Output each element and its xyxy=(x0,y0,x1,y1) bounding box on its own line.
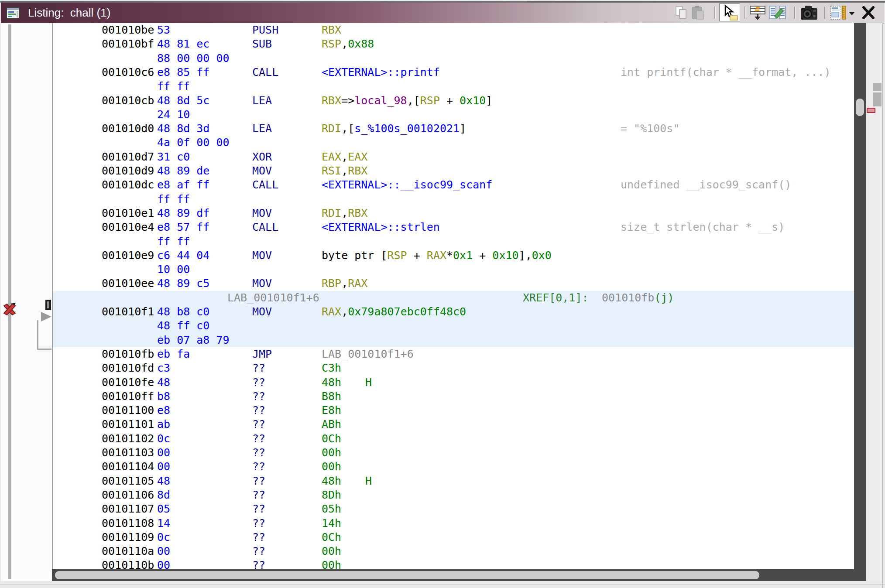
mnemonic-field[interactable]: ?? xyxy=(252,432,265,446)
operand-field[interactable]: B8h xyxy=(322,390,341,403)
bytes-field[interactable]: ff ff xyxy=(157,79,190,93)
bytes-field[interactable]: c3 xyxy=(157,361,170,375)
address-field[interactable]: 001010bf xyxy=(102,37,154,51)
mnemonic-field[interactable]: CALL xyxy=(252,220,278,234)
instruction-row[interactable]: 001010e148 89 dfMOVRDI,RBX xyxy=(53,206,854,220)
operand-field[interactable]: 0Ch xyxy=(322,530,341,544)
mnemonic-field[interactable]: ?? xyxy=(252,376,265,390)
address-field[interactable]: 001010dc xyxy=(102,178,154,192)
overview-marker[interactable] xyxy=(873,83,882,91)
bytes-continuation-row[interactable]: 4a 0f 00 00 xyxy=(53,136,854,150)
operand-field[interactable]: 8Dh xyxy=(322,488,341,502)
address-field[interactable]: 00101109 xyxy=(102,530,154,544)
instruction-row[interactable]: 001010cb48 8d 5cLEARBX=>local_98,[RSP + … xyxy=(53,94,854,108)
address-field[interactable]: 001010fb xyxy=(102,347,154,361)
bytes-field[interactable]: ab xyxy=(157,417,170,431)
mnemonic-field[interactable]: SUB xyxy=(252,37,272,51)
instruction-row[interactable]: 001010fdc3??C3h xyxy=(53,361,854,375)
mnemonic-field[interactable]: MOV xyxy=(252,249,272,263)
instruction-row[interactable]: 0010110400??00h xyxy=(53,460,854,474)
bytes-field[interactable]: 0c xyxy=(157,432,170,446)
snapshot-camera-icon[interactable] xyxy=(800,4,818,21)
address-field[interactable]: 001010fe xyxy=(102,376,154,390)
address-field[interactable]: 001010fd xyxy=(102,361,154,375)
mnemonic-field[interactable]: MOV xyxy=(252,305,272,319)
mnemonic-field[interactable]: LEA xyxy=(252,94,272,108)
bytes-field[interactable]: e8 85 ff xyxy=(157,65,209,79)
operand-field[interactable]: RDI,RBX xyxy=(322,206,367,220)
address-field[interactable]: 00101101 xyxy=(102,417,154,431)
operand-field[interactable]: <EXTERNAL>::strlen xyxy=(322,220,440,234)
address-field[interactable]: 001010f1 xyxy=(102,305,154,319)
bytes-continuation-row[interactable]: ff ff xyxy=(53,192,854,206)
bytes-field[interactable]: 24 10 xyxy=(157,108,190,122)
paste-icon[interactable] xyxy=(691,5,706,20)
instruction-row[interactable]: 0010110548??48hH xyxy=(53,474,854,488)
instruction-row[interactable]: 00101101ab??ABh xyxy=(53,417,854,431)
instruction-row[interactable]: 0010110814??14h xyxy=(53,516,854,530)
instruction-row[interactable]: 001010fbeb faJMPLAB_001010f1+6 xyxy=(53,347,854,361)
bytes-field[interactable]: 48 8d 5c xyxy=(157,94,209,108)
address-field[interactable]: 00101104 xyxy=(102,460,154,474)
instruction-row[interactable]: 0010110a00??00h xyxy=(53,544,854,558)
instruction-row[interactable]: 0010110705??05h xyxy=(53,502,854,516)
mnemonic-field[interactable]: ?? xyxy=(252,558,265,569)
operand-field[interactable]: byte ptr [RSP + RAX*0x1 + 0x10],0x0 xyxy=(322,249,552,263)
address-field[interactable]: 001010d9 xyxy=(102,164,154,178)
mnemonic-field[interactable]: ?? xyxy=(252,544,265,558)
listing-panel[interactable]: 001010be53PUSHRBX001010bf48 81 ecSUBRSP,… xyxy=(52,23,854,569)
bytes-field[interactable]: 8d xyxy=(157,488,170,502)
bytes-field[interactable]: 05 xyxy=(157,502,170,516)
instruction-row[interactable]: 001010c6e8 85 ffCALL<EXTERNAL>::printfin… xyxy=(53,65,854,79)
bytes-field[interactable]: 00 xyxy=(157,460,170,474)
bytes-field[interactable]: e8 57 ff xyxy=(157,220,209,234)
address-field[interactable]: 001010d0 xyxy=(102,122,154,136)
mnemonic-field[interactable]: PUSH xyxy=(252,23,278,37)
address-field[interactable]: 001010e9 xyxy=(102,249,154,263)
instruction-row[interactable]: 001010bf48 81 ecSUBRSP,0x88 xyxy=(53,37,854,51)
operand-field[interactable]: 00h xyxy=(322,446,341,460)
operand-field[interactable]: C3h xyxy=(322,361,341,375)
operand-field[interactable]: E8h xyxy=(322,403,341,417)
operand-field[interactable]: RBP,RAX xyxy=(322,277,367,291)
address-field[interactable]: 001010c6 xyxy=(102,65,154,79)
instruction-row[interactable]: 001010be53PUSHRBX xyxy=(53,23,854,37)
mnemonic-field[interactable]: ?? xyxy=(252,446,265,460)
operand-field[interactable]: 00h xyxy=(322,558,341,569)
operand-field[interactable]: RBX=>local_98,[RSP + 0x10] xyxy=(322,94,492,108)
vertical-scrollbar-thumb[interactable] xyxy=(856,99,864,116)
mnemonic-field[interactable]: ?? xyxy=(252,460,265,474)
address-field[interactable]: 001010e1 xyxy=(102,206,154,220)
instruction-row[interactable]: 00101100e8??E8h xyxy=(53,403,854,417)
bytes-field[interactable]: c6 44 04 xyxy=(157,249,209,263)
overview-margin[interactable] xyxy=(866,23,882,581)
address-field[interactable]: 0010110b xyxy=(102,558,154,569)
bytes-field[interactable]: 48 89 c5 xyxy=(157,277,209,291)
mnemonic-field[interactable]: XOR xyxy=(252,150,272,164)
bytes-field[interactable]: 53 xyxy=(157,23,170,37)
bytes-field[interactable]: 48 b8 c0 xyxy=(157,305,209,319)
mnemonic-field[interactable]: MOV xyxy=(252,164,272,178)
instruction-row[interactable]: 001010ee48 89 c5MOVRBP,RAX xyxy=(53,277,854,291)
instruction-row[interactable]: 0010110b00??00h xyxy=(53,558,854,569)
mnemonic-field[interactable]: MOV xyxy=(252,206,272,220)
mnemonic-field[interactable]: ?? xyxy=(252,530,265,544)
operand-field[interactable]: 00h xyxy=(322,460,341,474)
bytes-field[interactable]: 4a 0f 00 00 xyxy=(157,136,230,150)
address-field[interactable]: 00101108 xyxy=(102,516,154,530)
address-field[interactable]: 001010be xyxy=(102,23,154,37)
bytes-field[interactable]: ff ff xyxy=(157,235,190,249)
address-field[interactable]: 001010d7 xyxy=(102,150,154,164)
operand-field[interactable]: 48h xyxy=(322,376,341,390)
address-field[interactable]: 00101102 xyxy=(102,432,154,446)
mnemonic-field[interactable]: ?? xyxy=(252,516,265,530)
bytes-field[interactable]: 00 xyxy=(157,558,170,569)
operand-field[interactable]: <EXTERNAL>::printf xyxy=(322,65,440,79)
diff-view-icon[interactable] xyxy=(769,5,786,20)
bytes-field[interactable]: 14 xyxy=(157,516,170,530)
instruction-row[interactable]: 001010dce8 af ffCALL<EXTERNAL>::__isoc99… xyxy=(53,178,854,192)
overview-cursor-marker[interactable] xyxy=(867,108,875,113)
horizontal-scrollbar-thumb[interactable] xyxy=(55,571,759,579)
bytes-field[interactable]: e8 af ff xyxy=(157,178,209,192)
operand-field[interactable]: 0Ch xyxy=(322,432,341,446)
